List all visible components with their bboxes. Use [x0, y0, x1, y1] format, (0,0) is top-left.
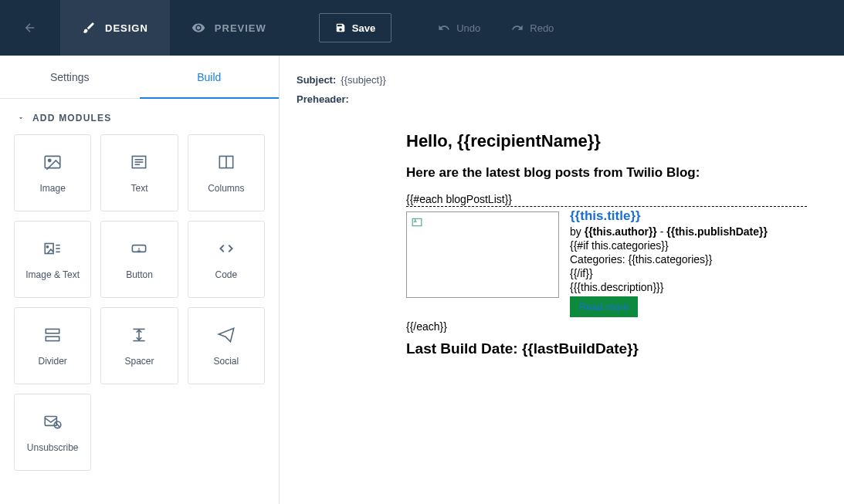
save-icon [335, 22, 346, 33]
read-more-button[interactable]: Read more [570, 296, 638, 317]
svg-point-1 [49, 159, 51, 161]
broken-image-icon [412, 217, 422, 228]
sidebar-tabs: Settings Build [0, 56, 279, 99]
topbar: DESIGN PREVIEW Save Undo Redo [0, 0, 844, 56]
image-icon [42, 152, 63, 172]
arrow-left-icon [23, 21, 37, 35]
brush-icon [82, 21, 96, 35]
post-if-categories: {{#if this.categories}} [570, 239, 807, 252]
post-block: {{this.title}} by {{this.author}} - {{th… [406, 211, 807, 317]
canvas[interactable]: Subject: {{subject}} Preheader: Hello, {… [280, 56, 844, 504]
module-divider[interactable]: Divider [14, 307, 91, 384]
module-label: Image [39, 183, 65, 194]
last-build-date: Last Build Date: {{lastBuildDate}} [406, 340, 807, 357]
module-social[interactable]: Social [188, 307, 265, 384]
spacer-icon [129, 325, 149, 345]
chevron-down-icon [17, 114, 25, 122]
tab-preview-label: PREVIEW [215, 22, 266, 34]
section-add-modules-toggle[interactable]: ADD MODULES [0, 99, 279, 134]
svg-rect-14 [46, 329, 59, 333]
divider-icon [42, 325, 63, 345]
tab-preview[interactable]: PREVIEW [170, 0, 288, 56]
back-button[interactable] [0, 0, 60, 56]
email-intro: Here are the latest blog posts from Twil… [406, 165, 807, 181]
section-title: ADD MODULES [32, 113, 112, 123]
preheader-row[interactable]: Preheader: [280, 90, 844, 119]
module-label: Spacer [124, 356, 154, 367]
svg-point-9 [47, 246, 49, 248]
redo-button[interactable]: Redo [511, 22, 554, 34]
sidebar-tab-settings[interactable]: Settings [0, 56, 140, 98]
svg-rect-19 [45, 417, 56, 426]
image-placeholder[interactable] [406, 211, 559, 298]
post-categories: Categories: {{this.categories}} [570, 253, 807, 266]
module-label: Social [213, 356, 239, 367]
module-code[interactable]: Code [188, 221, 265, 298]
module-label: Text [130, 183, 147, 194]
svg-rect-15 [46, 337, 59, 340]
code-icon [216, 238, 236, 259]
sidebar: Settings Build ADD MODULES Image Text Co… [0, 56, 280, 504]
email-greeting: Hello, {{recipientName}} [406, 131, 807, 151]
module-label: Divider [38, 356, 66, 367]
save-button[interactable]: Save [319, 13, 391, 42]
eye-icon [192, 21, 205, 35]
post-content: {{this.title}} by {{this.author}} - {{th… [570, 208, 807, 317]
module-image-text[interactable]: Image & Text [14, 221, 91, 298]
subject-value: {{subject}} [341, 74, 386, 86]
image-text-icon [42, 238, 63, 259]
email-preview[interactable]: Hello, {{recipientName}} Here are the la… [280, 119, 844, 373]
sidebar-tab-build[interactable]: Build [140, 56, 280, 98]
subject-row[interactable]: Subject: {{subject}} [280, 56, 844, 90]
social-icon [216, 325, 236, 345]
redo-label: Redo [530, 22, 554, 34]
module-grid: Image Text Columns Image & Text Button C… [0, 134, 279, 485]
redo-icon [511, 22, 524, 34]
module-label: Button [126, 269, 153, 280]
post-title[interactable]: {{this.title}} [570, 208, 807, 224]
module-spacer[interactable]: Spacer [100, 307, 178, 384]
preheader-label: Preheader: [297, 93, 349, 105]
text-icon [129, 152, 149, 172]
module-label: Image & Text [25, 269, 80, 280]
columns-icon [216, 152, 236, 172]
module-label: Code [215, 269, 237, 280]
module-image[interactable]: Image [14, 134, 91, 211]
post-description: {{{this.description}}} [570, 281, 807, 293]
module-unsubscribe[interactable]: Unsubscribe [14, 394, 91, 471]
module-label: Unsubscribe [27, 442, 79, 453]
tab-design[interactable]: DESIGN [60, 0, 170, 56]
button-icon [129, 238, 149, 259]
main: Settings Build ADD MODULES Image Text Co… [0, 56, 844, 504]
undo-icon [438, 22, 450, 34]
loop-close: {{/each}} [406, 320, 807, 333]
undo-label: Undo [456, 22, 480, 34]
module-label: Columns [208, 183, 244, 194]
unsubscribe-icon [42, 411, 63, 431]
module-columns[interactable]: Columns [188, 134, 265, 211]
save-label: Save [352, 22, 375, 34]
module-button[interactable]: Button [100, 221, 178, 298]
loop-open: {{#each blogPostList}} [406, 193, 807, 207]
module-text[interactable]: Text [100, 134, 178, 211]
post-byline: by {{this.author}} - {{this.publishDate}… [570, 225, 807, 238]
subject-label: Subject: [297, 74, 336, 86]
post-endif: {{/if}} [570, 267, 807, 279]
tab-design-label: DESIGN [105, 22, 148, 34]
undo-button[interactable]: Undo [438, 22, 480, 34]
